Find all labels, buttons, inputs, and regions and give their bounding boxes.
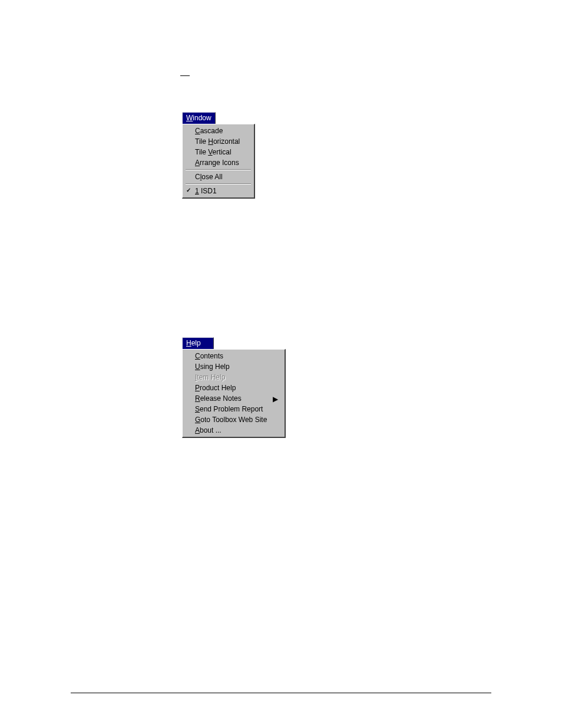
menu-item[interactable]: About ... [184, 425, 283, 436]
menu-title-acc: H [186, 339, 191, 347]
menu-item[interactable]: Using Help [184, 361, 283, 372]
menu-item-post: rrange Icons [200, 159, 239, 167]
stray-underline [180, 75, 190, 76]
menu-separator [186, 169, 251, 170]
menu-item[interactable]: Tile Horizontal [184, 136, 252, 147]
menu-item[interactable]: ✓1 ISD1 [184, 186, 252, 196]
menu-title-post: elp [191, 339, 201, 347]
menu-item-post: bout ... [200, 426, 222, 434]
menu-title-post: indow [193, 114, 211, 122]
menu-item-accelerator: V [208, 148, 212, 156]
menu-item-post: tem Help [197, 373, 225, 381]
menu-item-post: orizontal [213, 137, 240, 146]
menu-separator [186, 183, 251, 185]
page: Window CascadeTile HorizontalTile Vertic… [0, 0, 562, 728]
menu-item-accelerator: P [195, 384, 200, 392]
menu-item[interactable]: Product Help [184, 383, 283, 393]
menu-item-accelerator: C [195, 127, 200, 135]
menu-item[interactable]: Arrange Icons [184, 157, 252, 168]
menu-item-accelerator: R [195, 394, 200, 403]
menu-item-post: roduct Help [200, 384, 236, 392]
menu-item[interactable]: Contents [184, 351, 283, 361]
menu-item-post: ertical [213, 148, 232, 156]
menu-item-accelerator: A [195, 426, 200, 434]
menu-item[interactable]: Release Notes▶ [184, 393, 283, 404]
menu-item-post: ose All [201, 173, 222, 181]
menu-item[interactable]: Cascade [184, 126, 252, 136]
menu-item-pre: C [195, 173, 200, 181]
menu-item-accelerator: C [195, 352, 200, 360]
window-menu: Window CascadeTile HorizontalTile Vertic… [182, 112, 255, 199]
menu-item-pre: Tile [195, 137, 208, 146]
menu-item-accelerator: H [208, 137, 213, 146]
menu-item[interactable]: Goto Toolbox Web Site [184, 414, 283, 425]
help-menu: Help ContentsUsing HelpItem HelpProduct … [182, 337, 286, 438]
menu-item-post: sing Help [200, 363, 230, 371]
menu-item-post: end Problem Report [200, 405, 263, 413]
menu-item[interactable]: Send Problem Report [184, 404, 283, 414]
check-icon: ✓ [186, 187, 191, 193]
menu-item-post: ontents [200, 352, 223, 360]
menu-item-pre: Tile [195, 148, 208, 156]
menu-item-accelerator: G [195, 416, 200, 424]
help-menu-title[interactable]: Help [182, 337, 214, 349]
footer-rule [71, 693, 491, 694]
window-menu-body: CascadeTile HorizontalTile VerticalArran… [182, 124, 255, 199]
menu-item-accelerator: A [195, 159, 200, 167]
menu-item-accelerator: U [195, 363, 200, 371]
window-menu-title[interactable]: Window [182, 112, 216, 124]
menu-item-post: ISD1 [199, 187, 217, 195]
menu-item-post: ascade [200, 127, 223, 135]
menu-item-post: oto Toolbox Web Site [200, 416, 267, 424]
submenu-arrow-icon: ▶ [273, 395, 278, 403]
menu-item[interactable]: Tile Vertical [184, 147, 252, 157]
menu-item-accelerator: S [195, 405, 200, 413]
menu-item-accelerator: 1 [195, 187, 199, 195]
menu-item-post: elease Notes [200, 394, 242, 403]
help-menu-body: ContentsUsing HelpItem HelpProduct HelpR… [182, 349, 286, 438]
menu-item[interactable]: Close All [184, 172, 252, 182]
menu-item[interactable]: Item Help [184, 372, 283, 383]
page-footer [71, 693, 491, 699]
menu-title-acc: W [186, 114, 193, 122]
